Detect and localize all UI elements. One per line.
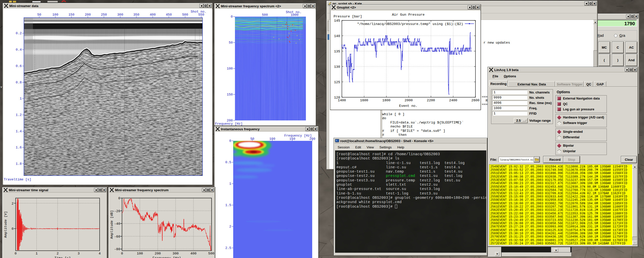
svg-text:-80: -80 (114, 247, 120, 251)
svg-text:"/home/linacq/OBS2003/pressure: "/home/linacq/OBS2003/pressure.temp" usi… (357, 22, 463, 26)
svg-text:200: 200 (155, 252, 161, 255)
svg-text:2: 2 (229, 225, 231, 229)
svg-text:1600: 1600 (360, 99, 368, 102)
svg-text:0.5: 0.5 (225, 160, 231, 164)
svg-text:0: 0 (12, 227, 14, 231)
svg-text:550: 550 (198, 13, 204, 17)
svg-text:1.8: 1.8 (16, 162, 22, 166)
svg-text:145: 145 (334, 19, 340, 23)
svg-text:Frequency [Hz]: Frequency [Hz] (152, 256, 181, 258)
svg-text:Air Gun Pressure: Air Gun Pressure (392, 13, 425, 17)
svg-text:0: 0 (121, 252, 123, 255)
svg-text:500: 500 (262, 13, 268, 17)
svg-text:135: 135 (334, 50, 340, 53)
svg-text:2000: 2000 (405, 99, 413, 102)
svg-text:0: 0 (231, 15, 233, 19)
svg-text:200: 200 (85, 13, 91, 17)
svg-text:450: 450 (166, 13, 172, 17)
svg-text:120: 120 (334, 96, 340, 100)
svg-text:1.5: 1.5 (225, 203, 231, 207)
svg-text:130: 130 (334, 65, 340, 69)
svg-text:100: 100 (52, 13, 58, 17)
svg-text:2200: 2200 (427, 99, 435, 102)
svg-text:0: 0 (15, 252, 17, 255)
svg-text:1000: 1000 (291, 13, 298, 17)
svg-text:0: 0 (229, 139, 231, 143)
svg-text:350: 350 (133, 13, 139, 17)
svg-text:140: 140 (334, 34, 340, 38)
svg-text:3: 3 (77, 252, 79, 255)
svg-text:100: 100 (137, 252, 143, 255)
svg-text:0.4: 0.4 (16, 48, 22, 52)
svg-text:50: 50 (37, 13, 41, 17)
svg-text:1.4: 1.4 (16, 130, 22, 133)
svg-text:-20: -20 (114, 209, 120, 213)
svg-text:400: 400 (150, 13, 155, 17)
svg-text:0.2: 0.2 (16, 31, 22, 35)
svg-text:2: 2 (12, 202, 14, 206)
svg-text:2: 2 (57, 252, 59, 255)
svg-text:300: 300 (173, 252, 179, 255)
svg-text:Frequency [Hz]: Frequency [Hz] (215, 122, 243, 125)
svg-text:Pressure [bar]: Pressure [bar] (334, 15, 362, 18)
svg-text:Frequency [Hz]: Frequency [Hz] (284, 134, 312, 138)
svg-text:50: 50 (229, 41, 233, 45)
svg-text:250: 250 (101, 13, 107, 17)
svg-text:1: 1 (35, 252, 37, 255)
svg-text:500: 500 (208, 252, 214, 255)
svg-text:Traveltime [s]: Traveltime [s] (4, 178, 31, 181)
svg-text:0.6: 0.6 (16, 64, 22, 68)
svg-text:500: 500 (182, 13, 188, 17)
svg-text:2.5: 2.5 (225, 246, 231, 250)
svg-text:Amplitude [V]: Amplitude [V] (4, 211, 8, 238)
svg-text:2400: 2400 (449, 99, 457, 102)
svg-text:100: 100 (227, 67, 233, 71)
svg-text:2600: 2600 (471, 99, 479, 102)
svg-text:-40: -40 (114, 222, 120, 226)
svg-text:1.6: 1.6 (16, 146, 22, 149)
svg-text:1: 1 (229, 182, 231, 186)
svg-text:1800: 1800 (382, 99, 390, 102)
svg-text:1: 1 (20, 97, 22, 101)
svg-text:Amplitude [dB]: Amplitude [dB] (110, 210, 114, 239)
svg-text:400: 400 (190, 252, 196, 255)
svg-text:1.2: 1.2 (16, 113, 22, 117)
svg-text:-60: -60 (114, 235, 120, 239)
svg-text:300: 300 (117, 13, 123, 17)
svg-text:150: 150 (227, 93, 233, 96)
svg-text:0: 0 (118, 197, 120, 200)
svg-text:0.8: 0.8 (16, 81, 22, 84)
svg-text:125: 125 (334, 80, 340, 84)
svg-text:Event no.: Event no. (399, 104, 418, 108)
svg-text:Time [s]: Time [s] (55, 256, 71, 258)
svg-text:150: 150 (68, 13, 74, 17)
svg-text:4: 4 (99, 252, 101, 255)
svg-text:v: v (1, 85, 2, 89)
